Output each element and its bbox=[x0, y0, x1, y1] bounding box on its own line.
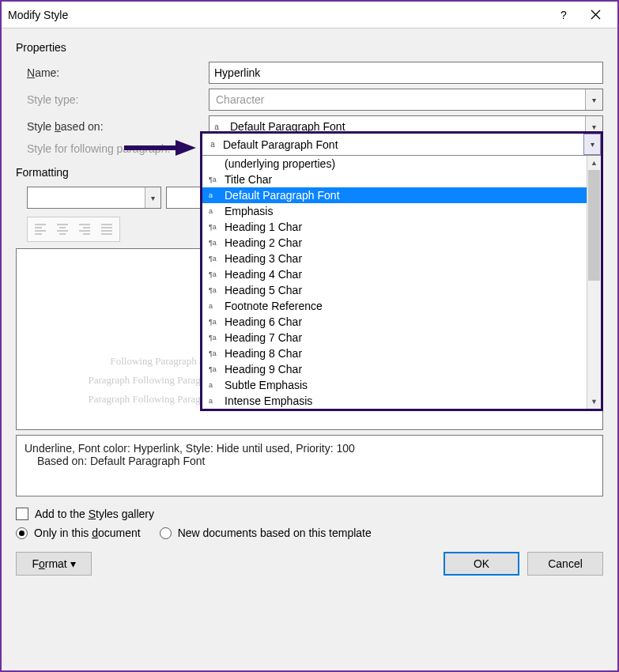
only-this-document-label: Only in this document bbox=[34, 527, 141, 539]
dropdown-item-label: Heading 3 Char bbox=[225, 252, 302, 265]
name-input[interactable] bbox=[209, 62, 603, 84]
alignment-toolbar bbox=[27, 217, 120, 242]
linked-style-icon: ¶a bbox=[209, 239, 221, 247]
dropdown-item-label: (underlying properties) bbox=[225, 157, 335, 170]
dropdown-item-label: Heading 7 Char bbox=[225, 331, 302, 344]
dropdown-item-label: Footnote Reference bbox=[225, 300, 323, 312]
add-to-gallery-checkbox[interactable] bbox=[16, 508, 28, 520]
close-button[interactable] bbox=[579, 4, 611, 26]
align-right-button[interactable] bbox=[74, 219, 96, 240]
dropdown-item-label: Emphasis bbox=[225, 205, 273, 217]
desc-line: Underline, Font color: Hyperlink, Style:… bbox=[25, 442, 594, 455]
dropdown-item[interactable]: aEmphasis bbox=[202, 203, 587, 219]
arrow-icon bbox=[120, 138, 198, 158]
chevron-down-icon[interactable]: ▾ bbox=[583, 134, 601, 155]
character-style-icon: a bbox=[209, 191, 221, 199]
scroll-down-button[interactable]: ▼ bbox=[587, 395, 601, 409]
align-left-button[interactable] bbox=[29, 219, 51, 240]
linked-style-icon: ¶a bbox=[209, 223, 221, 231]
close-icon bbox=[591, 9, 601, 20]
scroll-up-button[interactable]: ▲ bbox=[587, 156, 601, 170]
dropdown-item[interactable]: aIntense Emphasis bbox=[202, 393, 587, 409]
dropdown-item-label: Intense Emphasis bbox=[225, 395, 312, 407]
dropdown-item[interactable]: (underlying properties) bbox=[202, 156, 587, 172]
dropdown-item-label: Heading 8 Char bbox=[225, 347, 302, 360]
cancel-button[interactable]: Cancel bbox=[527, 552, 603, 576]
dropdown-list: (underlying properties)¶aTitle CharaDefa… bbox=[202, 156, 587, 409]
dropdown-item[interactable]: ¶aHeading 9 Char bbox=[202, 361, 587, 377]
linked-style-icon: ¶a bbox=[209, 270, 221, 278]
linked-style-icon: ¶a bbox=[209, 176, 221, 183]
font-size-combo[interactable] bbox=[166, 187, 201, 209]
properties-section-label: Properties bbox=[16, 41, 603, 54]
dropdown-item[interactable]: ¶aHeading 7 Char bbox=[202, 330, 587, 345]
format-button[interactable]: Format ▾ bbox=[16, 552, 92, 576]
character-style-icon: a bbox=[209, 302, 221, 310]
annotation-arrow bbox=[120, 138, 198, 160]
linked-style-icon: ¶a bbox=[209, 365, 221, 373]
align-center-button[interactable] bbox=[51, 219, 74, 240]
style-based-on-dropdown: a Default Paragraph Font ▾ (underlying p… bbox=[200, 131, 603, 411]
desc-line: Based on: Default Paragraph Font bbox=[25, 455, 594, 467]
dropdown-item-label: Heading 1 Char bbox=[225, 221, 302, 233]
dropdown-item-label: Heading 6 Char bbox=[225, 315, 302, 328]
dropdown-item[interactable]: aDefault Paragraph Font bbox=[202, 187, 587, 203]
style-description: Underline, Font color: Hyperlink, Style:… bbox=[16, 435, 603, 496]
window-title: Modify Style bbox=[8, 9, 548, 21]
titlebar: Modify Style ? bbox=[2, 2, 617, 28]
dropdown-item[interactable]: ¶aHeading 2 Char bbox=[202, 235, 587, 251]
character-style-icon: a bbox=[209, 381, 221, 389]
linked-style-icon: ¶a bbox=[209, 334, 221, 342]
name-label: Name: bbox=[27, 66, 209, 79]
dropdown-item[interactable]: ¶aHeading 6 Char bbox=[202, 314, 587, 330]
style-type-label: Style type: bbox=[27, 93, 209, 106]
character-style-icon: a bbox=[209, 207, 221, 215]
dropdown-item[interactable]: aSubtle Emphasis bbox=[202, 377, 587, 393]
dropdown-item[interactable]: aFootnote Reference bbox=[202, 298, 587, 314]
align-justify-button[interactable] bbox=[96, 219, 118, 240]
scroll-thumb[interactable] bbox=[588, 170, 600, 281]
only-this-document-radio[interactable] bbox=[16, 527, 28, 539]
dropdown-item[interactable]: ¶aTitle Char bbox=[202, 172, 587, 187]
modify-style-dialog: Modify Style ? Properties Name: Style ty… bbox=[0, 0, 619, 672]
add-to-gallery-label: Add to the Styles gallery bbox=[35, 508, 154, 520]
scrollbar[interactable]: ▲ ▼ bbox=[587, 156, 601, 409]
style-type-value: Character bbox=[209, 93, 585, 106]
dropdown-item-label: Heading 2 Char bbox=[225, 236, 302, 249]
character-style-icon: a bbox=[209, 397, 221, 405]
style-type-combo: Character ▾ bbox=[209, 89, 603, 111]
chevron-down-icon: ▾ bbox=[585, 89, 602, 110]
font-name-combo[interactable]: ▾ bbox=[27, 187, 161, 209]
linked-style-icon: ¶a bbox=[209, 349, 221, 357]
dropdown-item-label: Default Paragraph Font bbox=[225, 189, 340, 202]
help-button[interactable]: ? bbox=[548, 4, 579, 26]
linked-style-icon: ¶a bbox=[209, 255, 221, 262]
dropdown-item[interactable]: ¶aHeading 4 Char bbox=[202, 266, 587, 282]
dropdown-item-label: Title Char bbox=[225, 173, 272, 186]
dropdown-item-label: Subtle Emphasis bbox=[225, 379, 308, 391]
dropdown-item-label: Heading 9 Char bbox=[225, 363, 302, 376]
dropdown-item[interactable]: ¶aHeading 1 Char bbox=[202, 219, 587, 235]
new-docs-template-radio[interactable] bbox=[160, 527, 172, 539]
new-docs-template-label: New documents based on this template bbox=[178, 527, 372, 539]
linked-style-icon: ¶a bbox=[209, 318, 221, 326]
dropdown-item[interactable]: ¶aHeading 5 Char bbox=[202, 282, 587, 298]
dropdown-item-label: Heading 5 Char bbox=[225, 284, 302, 296]
dropdown-item[interactable]: ¶aHeading 3 Char bbox=[202, 251, 587, 266]
style-based-on-label: Style based on: bbox=[27, 120, 209, 133]
linked-style-icon: ¶a bbox=[209, 286, 221, 294]
dropdown-item-label: Heading 4 Char bbox=[225, 268, 302, 281]
dropdown-current[interactable]: a Default Paragraph Font ▾ bbox=[202, 134, 601, 156]
dropdown-item[interactable]: ¶aHeading 8 Char bbox=[202, 345, 587, 361]
ok-button[interactable]: OK bbox=[443, 552, 519, 576]
chevron-down-icon[interactable]: ▾ bbox=[145, 187, 160, 208]
